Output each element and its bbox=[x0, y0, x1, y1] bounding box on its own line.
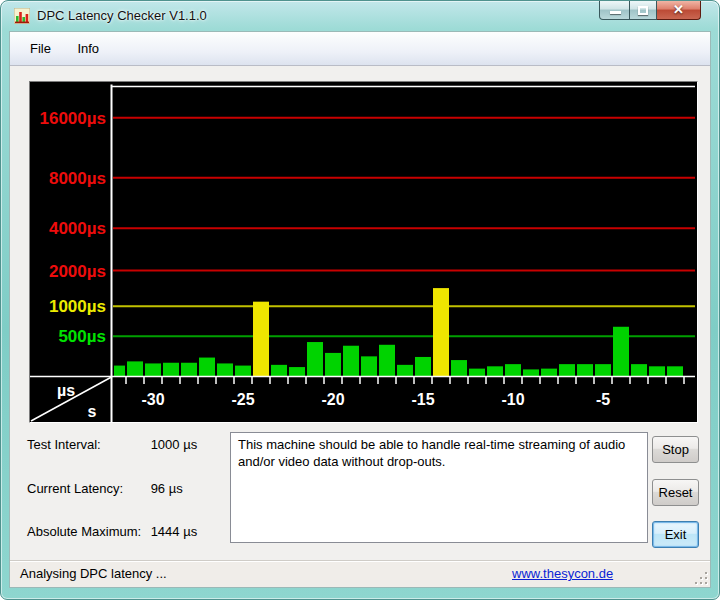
svg-text:s: s bbox=[88, 403, 97, 420]
maximize-button[interactable] bbox=[630, 1, 657, 20]
stat-test-interval: Test Interval: 1000 µs bbox=[27, 437, 197, 452]
stat-current-latency: Current Latency: 96 µs bbox=[27, 481, 183, 496]
svg-text:1000µs: 1000µs bbox=[49, 297, 106, 316]
stat-label: Test Interval: bbox=[27, 437, 147, 452]
status-bar: Analysing DPC latency ... www.thesycon.d… bbox=[10, 560, 710, 587]
stop-button[interactable]: Stop bbox=[652, 436, 699, 463]
svg-text:8000µs: 8000µs bbox=[49, 169, 106, 188]
app-window: DPC Latency Checker V1.1.0 ✕ File Info 1… bbox=[0, 0, 720, 600]
title-bar[interactable]: DPC Latency Checker V1.1.0 ✕ bbox=[1, 1, 719, 31]
svg-text:µs: µs bbox=[57, 382, 75, 399]
menu-info[interactable]: Info bbox=[66, 39, 110, 58]
svg-text:16000µs: 16000µs bbox=[39, 109, 106, 128]
svg-text:-15: -15 bbox=[411, 391, 434, 408]
minimize-icon bbox=[610, 11, 621, 14]
minimize-button[interactable] bbox=[599, 1, 630, 20]
svg-text:-30: -30 bbox=[141, 391, 164, 408]
thesycon-link[interactable]: www.thesycon.de bbox=[512, 561, 613, 587]
exit-button[interactable]: Exit bbox=[652, 521, 699, 548]
latency-chart: 16000µs8000µs4000µs2000µs1000µs500µs-30-… bbox=[29, 81, 698, 423]
stat-label: Absolute Maximum: bbox=[27, 524, 147, 539]
svg-text:500µs: 500µs bbox=[58, 327, 106, 346]
close-icon: ✕ bbox=[657, 2, 700, 17]
svg-text:-25: -25 bbox=[231, 391, 254, 408]
caption-buttons: ✕ bbox=[599, 1, 701, 21]
svg-text:-5: -5 bbox=[596, 391, 610, 408]
maximize-icon bbox=[638, 6, 648, 15]
client-area: File Info 16000µs8000µs4000µs2000µs1000µ… bbox=[9, 31, 711, 588]
app-icon bbox=[14, 8, 30, 24]
reset-button[interactable]: Reset bbox=[652, 479, 699, 506]
svg-text:-10: -10 bbox=[501, 391, 524, 408]
stat-absolute-maximum: Absolute Maximum: 1444 µs bbox=[27, 524, 197, 539]
resize-grip-icon[interactable] bbox=[694, 571, 707, 584]
menu-bar: File Info bbox=[10, 32, 710, 66]
menu-file[interactable]: File bbox=[19, 39, 62, 58]
close-button[interactable]: ✕ bbox=[657, 1, 701, 20]
stat-label: Current Latency: bbox=[27, 481, 147, 496]
stat-value: 1444 µs bbox=[151, 524, 198, 539]
svg-text:-20: -20 bbox=[321, 391, 344, 408]
status-message: Analysing DPC latency ... bbox=[20, 561, 167, 587]
stat-value: 1000 µs bbox=[151, 437, 198, 452]
analysis-message-box: This machine should be able to handle re… bbox=[230, 432, 648, 543]
svg-text:4000µs: 4000µs bbox=[49, 219, 106, 238]
svg-text:2000µs: 2000µs bbox=[49, 262, 106, 281]
stat-value: 96 µs bbox=[151, 481, 183, 496]
window-title: DPC Latency Checker V1.1.0 bbox=[37, 1, 207, 31]
